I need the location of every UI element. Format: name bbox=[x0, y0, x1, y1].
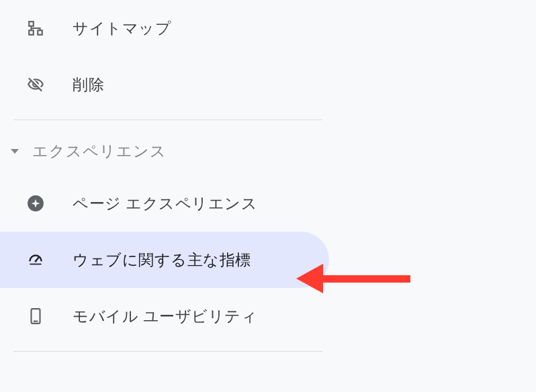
section-header-experience[interactable]: エクスペリエンス bbox=[0, 131, 329, 171]
sidebar-item-removals[interactable]: 削除 bbox=[0, 56, 329, 113]
sidebar-item-core-web-vitals[interactable]: ウェブに関する主な指標 bbox=[0, 232, 329, 288]
caret-down-icon bbox=[11, 149, 19, 154]
svg-rect-1 bbox=[38, 30, 42, 35]
speed-icon bbox=[27, 251, 44, 268]
smartphone-icon bbox=[27, 307, 44, 325]
sidebar-item-label: サイトマップ bbox=[73, 18, 171, 39]
sitemap-icon bbox=[27, 19, 44, 37]
divider bbox=[13, 351, 322, 352]
sidebar-item-label: ページ エクスペリエンス bbox=[73, 193, 257, 214]
sidebar-item-label: ウェブに関する主な指標 bbox=[73, 250, 251, 271]
sidebar-item-label: 削除 bbox=[73, 75, 104, 95]
divider bbox=[13, 119, 322, 120]
svg-point-4 bbox=[35, 260, 37, 262]
sidebar: サイトマップ 削除 エクスペリエンス ページ エクスペリエンス bbox=[0, 0, 329, 352]
section-title: エクスペリエンス bbox=[32, 141, 167, 162]
annotation-arrow bbox=[296, 264, 410, 293]
sidebar-item-label: モバイル ユーザビリティ bbox=[73, 306, 257, 327]
arrow-head-icon bbox=[296, 264, 323, 293]
sidebar-item-page-experience[interactable]: ページ エクスペリエンス bbox=[0, 175, 329, 232]
sparkle-icon bbox=[27, 195, 44, 212]
visibility-off-icon bbox=[27, 76, 44, 93]
svg-rect-2 bbox=[29, 30, 34, 35]
sidebar-item-sitemap[interactable]: サイトマップ bbox=[0, 0, 329, 56]
svg-rect-0 bbox=[29, 21, 34, 26]
arrow-line bbox=[323, 275, 410, 283]
sidebar-item-mobile-usability[interactable]: モバイル ユーザビリティ bbox=[0, 288, 329, 344]
